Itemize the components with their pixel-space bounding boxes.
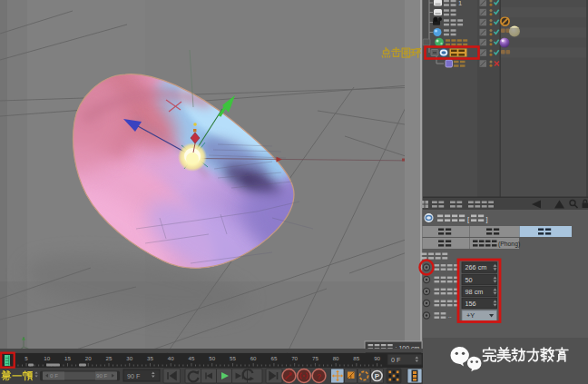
svg-text:35: 35 <box>147 355 153 361</box>
svg-text:45: 45 <box>188 355 194 361</box>
svg-text:60: 60 <box>250 355 257 361</box>
svg-text:90 F: 90 F <box>127 372 141 380</box>
svg-text:0 F: 0 F <box>391 356 401 364</box>
svg-text:156: 156 <box>466 300 476 308</box>
svg-text:70: 70 <box>291 355 298 361</box>
svg-text:10: 10 <box>44 355 50 361</box>
svg-text:90: 90 <box>374 355 380 361</box>
svg-text:65: 65 <box>270 355 277 361</box>
svg-text:(Phong): (Phong) <box>498 241 520 248</box>
svg-text:30: 30 <box>126 355 132 361</box>
svg-text:75: 75 <box>312 355 318 361</box>
svg-text:85: 85 <box>353 355 359 361</box>
svg-text:P: P <box>375 372 380 380</box>
svg-text:90 F: 90 F <box>96 372 108 379</box>
svg-text:1: 1 <box>458 0 462 7</box>
svg-text:5: 5 <box>24 355 28 361</box>
svg-text:266 cm: 266 cm <box>466 263 487 271</box>
svg-text:40: 40 <box>168 355 174 361</box>
svg-text:50: 50 <box>209 355 215 361</box>
svg-text:+Y: +Y <box>466 311 475 320</box>
svg-text:15: 15 <box>64 355 71 361</box>
svg-text:50: 50 <box>466 276 473 284</box>
svg-text:98 cm: 98 cm <box>466 288 484 296</box>
svg-text:]: ] <box>486 215 488 223</box>
svg-text:..: .. <box>448 312 452 319</box>
svg-text:55: 55 <box>230 355 236 361</box>
svg-text:?: ? <box>317 372 321 381</box>
svg-text:20: 20 <box>85 355 92 361</box>
svg-text:80: 80 <box>333 355 339 361</box>
svg-text:25: 25 <box>106 355 113 361</box>
svg-text:0 F: 0 F <box>50 372 58 379</box>
